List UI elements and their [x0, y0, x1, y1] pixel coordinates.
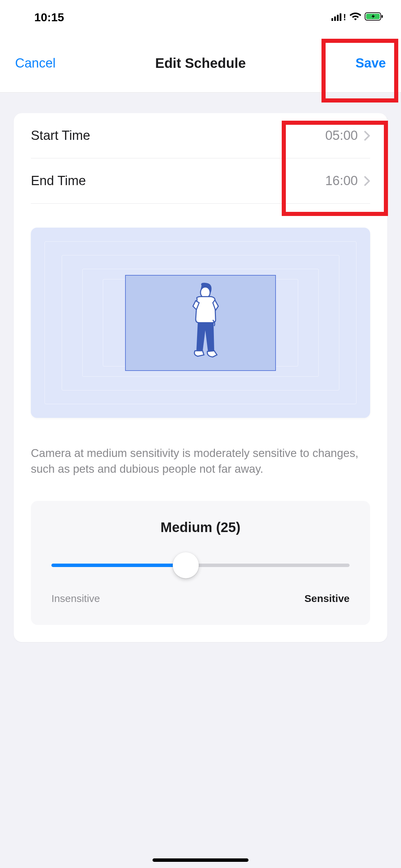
content-area: Start Time 05:00 End Time 16:00 [0, 93, 401, 868]
cancel-button[interactable]: Cancel [15, 56, 56, 71]
sensitivity-slider[interactable] [51, 552, 350, 578]
end-time-value: 16:00 [325, 173, 358, 188]
chevron-right-icon [364, 131, 370, 141]
svg-rect-2 [381, 15, 383, 18]
slider-min-label: Insensitive [51, 593, 100, 604]
end-time-row[interactable]: End Time 16:00 [31, 158, 370, 204]
person-icon [183, 282, 227, 373]
home-indicator[interactable] [153, 858, 248, 862]
sensitivity-slider-card: Medium (25) Insensitive Sensitive [31, 501, 370, 625]
battery-charging-icon [365, 12, 384, 23]
chevron-right-icon [364, 176, 370, 186]
page-title: Edit Schedule [155, 56, 246, 71]
start-time-label: Start Time [31, 128, 90, 143]
save-button[interactable]: Save [355, 56, 386, 71]
sensitivity-illustration [31, 228, 370, 418]
start-time-value: 05:00 [325, 128, 358, 143]
start-time-row[interactable]: Start Time 05:00 [31, 113, 370, 158]
nav-header: Cancel Edit Schedule Save [0, 34, 401, 93]
sensitivity-description: Camera at medium sensitivity is moderate… [31, 445, 370, 477]
status-bar: 10:15 ! [0, 0, 401, 34]
sensitivity-value-label: Medium (25) [51, 520, 350, 535]
status-icons: ! [331, 11, 384, 24]
status-time: 10:15 [34, 11, 64, 24]
cellular-signal-icon: ! [331, 13, 346, 21]
slider-thumb[interactable] [173, 552, 199, 578]
schedule-card: Start Time 05:00 End Time 16:00 [14, 113, 387, 642]
wifi-icon [350, 11, 361, 24]
slider-max-label: Sensitive [304, 593, 350, 604]
end-time-label: End Time [31, 173, 86, 188]
